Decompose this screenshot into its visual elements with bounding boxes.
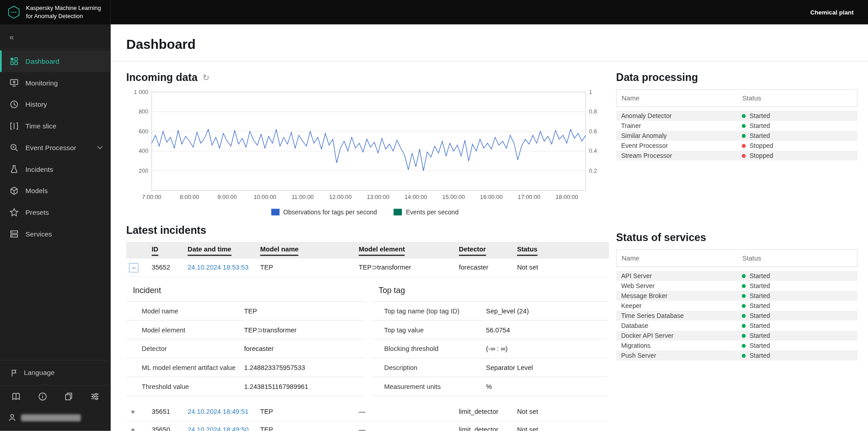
svg-text:0.6: 0.6 [589,128,597,135]
status-dot [742,334,746,338]
sidebar-item-dashboard[interactable]: Dashboard [0,50,111,72]
incident-id: 35651 [152,407,188,415]
title-divider [111,61,868,62]
incident-detector: limit_detector [459,407,517,415]
about-info-button[interactable] [38,392,47,401]
sidebar-menu: Dashboard Monitoring History Time slice … [0,49,111,245]
svg-text:0.2: 0.2 [589,167,597,174]
top-tag-panel: Top tag Top tag name (top tag ID)Sep_lev… [372,279,608,396]
sidebar-item-label: History [25,100,47,108]
col-detector: Detector [459,245,486,256]
incident-date-link[interactable]: 24.10.2024 18:49:51 [188,407,260,415]
incident-row[interactable]: + 35650 24.10.2024 18:49:50 TEP — limit_… [126,421,609,431]
services-status-heading: Status of services [616,232,858,244]
kaspersky-logo-icon [7,5,21,19]
sidebar: Kaspersky Machine Learning for Anomaly D… [0,0,111,431]
svg-text:15:00:00: 15:00:00 [442,194,465,200]
incident-detector: forecaster [459,264,517,271]
sidebar-item-presets[interactable]: Presets [0,202,111,223]
sidebar-item-time-slice[interactable]: Time slice [0,115,111,137]
sidebar-item-history[interactable]: History [0,94,111,115]
history-icon [9,99,19,109]
svg-text:9:00:00: 9:00:00 [217,194,237,200]
table-row: TrainerStarted [616,121,858,131]
incoming-data-chart-wrap: 1 00018000.86000.64000.42000.27:00:008:0… [126,89,604,215]
svg-text:17:00:00: 17:00:00 [518,194,540,200]
incident-date-link[interactable]: 24.10.2024 18:53:53 [188,264,260,271]
sidebar-item-event-processor[interactable]: Event Processor [0,137,111,158]
app-logo-header: Kaspersky Machine Learning for Anomaly D… [0,0,111,24]
incoming-data-heading: Incoming data ↻ [126,71,609,84]
sidebar-item-models[interactable]: Models [0,180,111,202]
table-row: Anomaly DetectorStarted [616,111,858,121]
svg-text:800: 800 [139,108,148,115]
col-date: Date and time [188,245,231,256]
svg-text:600: 600 [139,128,148,135]
sidebar-item-label: Models [25,187,47,194]
user-icon [8,413,17,422]
reports-copy-button[interactable] [64,392,73,401]
latest-incidents-heading: Latest incidents [126,224,609,237]
services-status-section: Status of services Name Status API Serve… [616,232,858,360]
manual-book-button[interactable] [11,392,21,401]
plant-selector[interactable]: Chemical plant [810,9,854,16]
sliders-settings-icon [90,392,100,401]
incident-id: 35652 [152,264,188,271]
status-dot [742,324,746,328]
sidebar-item-label: Event Processor [25,144,76,152]
detail-row: Model elementTEP⊃transformer [126,321,365,340]
detail-row: DescriptionSeparator Level [372,358,608,377]
expand-row-icon[interactable]: + [131,425,135,431]
page-title: Dashboard [126,31,868,61]
detail-row: Measurement units% [372,377,608,396]
sidebar-collapse-button[interactable]: « [0,24,111,49]
right-column: Data processing Name Status Anomaly Dete… [616,69,858,431]
book-icon [11,392,21,401]
refresh-icon[interactable]: ↻ [203,72,209,82]
status-dot [742,304,746,308]
table-row: API ServerStarted [616,271,858,281]
sidebar-item-label: Monitoring [25,79,57,86]
table-row: Time Series DatabaseStarted [616,311,858,321]
incident-date-link[interactable]: 24.10.2024 18:49:50 [188,426,260,431]
table-row: MigrationsStarted [616,341,858,350]
event-processor-icon [9,143,19,152]
detail-row: Threshold value1.2438151167989961 [126,377,365,396]
status-dot [742,314,746,318]
flag-icon [10,369,18,377]
main-area: Chemical plant Dashboard Incoming data ↻… [111,0,868,431]
sidebar-item-monitoring[interactable]: Monitoring [0,72,111,94]
detail-row: Blocking threshold(-∞ : ∞) [372,340,608,359]
sidebar-item-label: Services [25,230,52,238]
incident-model: TEP [260,426,359,431]
incidents-table-header: ID Date and time Model name Model elemen… [126,242,609,259]
status-dot [742,144,746,148]
copy-icon [64,392,73,401]
chart-legend: Observations for tags per second Events … [126,209,604,216]
incident-row[interactable]: + 35651 24.10.2024 18:49:51 TEP — limit_… [126,403,609,421]
time-slice-icon [9,121,19,131]
detail-row: ML model element artifact value1.2488233… [126,358,365,377]
svg-text:7:00:00: 7:00:00 [142,194,161,200]
svg-text:11:00:00: 11:00:00 [292,194,314,200]
settings-button[interactable] [90,392,100,401]
incident-detector: limit_detector [459,426,517,431]
sidebar-item-incidents[interactable]: Incidents [0,158,111,180]
expand-row-icon[interactable]: + [131,407,135,416]
collapse-row-icon[interactable]: − [129,263,138,272]
sidebar-tools [0,385,111,407]
incident-model: TEP [260,407,359,415]
incident-row[interactable]: − 35652 24.10.2024 18:53:53 TEP TEP⊃tran… [126,259,609,277]
sidebar-item-services[interactable]: Services [0,223,111,245]
presets-icon [9,208,19,217]
incident-panel: Incident Model nameTEP Model elementTEP⊃… [126,279,365,396]
language-button[interactable]: Language [0,360,111,385]
user-account[interactable] [0,407,111,431]
svg-text:16:00:00: 16:00:00 [480,194,503,200]
col-model-name: Model name [260,245,299,256]
svg-text:400: 400 [139,147,148,154]
data-processing-table-header: Name Status [616,89,858,107]
incoming-chart: 1 00018000.86000.64000.42000.27:00:008:0… [126,89,604,202]
sidebar-item-label: Time slice [25,122,56,130]
incident-element: — [359,407,459,415]
